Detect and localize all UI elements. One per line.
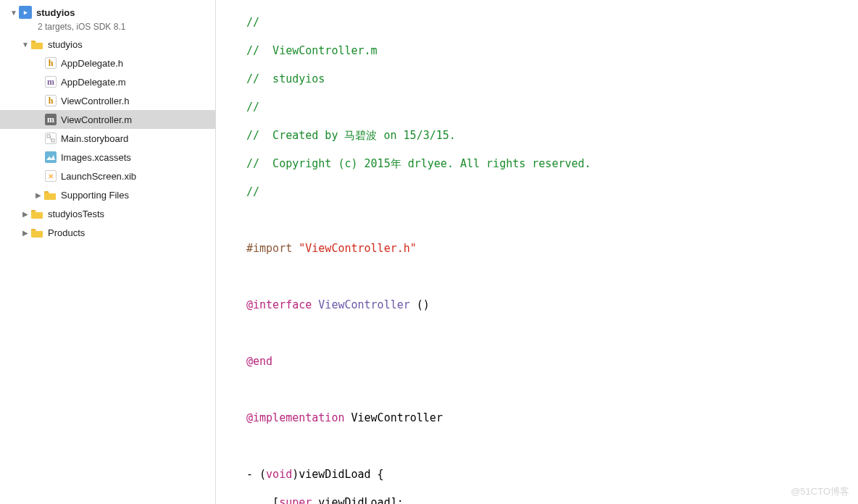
code-line: @implementation ViewController: [246, 411, 858, 426]
code-line: [super viewDidLoad];: [246, 496, 858, 505]
code-line: [246, 327, 858, 341]
code-line: - (void)viewDidLoad {: [246, 468, 858, 482]
disclosure-icon[interactable]: ▼: [22, 41, 29, 48]
code-line: @end: [246, 355, 858, 369]
editor-gutter: [216, 0, 246, 504]
file-label: Images.xcassets: [61, 152, 131, 163]
file-viewcontroller-m[interactable]: m ViewController.m: [0, 110, 215, 129]
project-root[interactable]: ▼ ▸ studyios: [0, 3, 215, 22]
group-products[interactable]: ▶ Products: [0, 223, 215, 242]
assets-file-icon: [45, 151, 57, 163]
header-file-icon: h: [45, 95, 57, 106]
svg-rect-0: [47, 135, 50, 138]
code-line: [246, 440, 858, 454]
disclosure-icon[interactable]: ▼: [10, 9, 17, 16]
header-file-icon: h: [45, 57, 57, 69]
xib-file-icon: ✕: [45, 170, 57, 182]
file-label: AppDelegate.m: [61, 77, 126, 88]
folder-icon: [30, 38, 43, 51]
disclosure-icon[interactable]: ▶: [22, 229, 29, 236]
folder-label: Products: [48, 227, 85, 238]
disclosure-icon[interactable]: ▶: [35, 191, 42, 198]
file-label: AppDelegate.h: [61, 58, 123, 69]
storyboard-file-icon: [45, 133, 57, 144]
code-line: //: [246, 185, 858, 200]
impl-file-icon: m: [45, 76, 57, 88]
file-label: Main.storyboard: [61, 133, 128, 144]
folder-label: studyios: [48, 39, 83, 50]
folder-icon: [30, 207, 43, 220]
code-line: #import "ViewController.h": [246, 242, 858, 256]
code-line: //: [246, 16, 858, 30]
code-line: @interface ViewController (): [246, 298, 858, 313]
svg-rect-1: [51, 139, 54, 142]
file-main-storyboard[interactable]: Main.storyboard: [0, 129, 215, 148]
code-line: // ViewController.m: [246, 44, 858, 59]
code-line: // studyios: [246, 72, 858, 87]
code-line: [246, 383, 858, 398]
project-subtitle: 2 targets, iOS SDK 8.1: [0, 22, 215, 35]
group-studyios[interactable]: ▼ studyios: [0, 35, 215, 54]
file-label: ViewController.h: [61, 96, 129, 106]
watermark-text: @51CTO博客: [791, 484, 849, 499]
group-supporting-files[interactable]: ▶ Supporting Files: [0, 185, 215, 204]
disclosure-icon[interactable]: ▶: [22, 210, 29, 217]
code-line: [246, 270, 858, 285]
file-launchscreen-xib[interactable]: ✕ LaunchScreen.xib: [0, 167, 215, 185]
file-viewcontroller-h[interactable]: h ViewController.h: [0, 91, 215, 110]
folder-icon: [30, 226, 43, 239]
file-appdelegate-h[interactable]: h AppDelegate.h: [0, 54, 215, 72]
code-line: //: [246, 101, 858, 115]
project-navigator[interactable]: ▼ ▸ studyios 2 targets, iOS SDK 8.1 ▼ st…: [0, 0, 216, 504]
file-label: LaunchScreen.xib: [61, 171, 136, 182]
folder-label: studyiosTests: [48, 209, 104, 219]
file-appdelegate-m[interactable]: m AppDelegate.m: [0, 72, 215, 91]
impl-file-icon: m: [45, 114, 57, 125]
group-tests[interactable]: ▶ studyiosTests: [0, 204, 215, 223]
project-icon: ▸: [19, 6, 32, 19]
code-editor[interactable]: // // ViewController.m // studyios // //…: [246, 0, 858, 504]
project-name-label: studyios: [36, 7, 75, 18]
folder-icon: [43, 188, 57, 201]
folder-label: Supporting Files: [61, 190, 129, 201]
file-label: ViewController.m: [61, 114, 132, 125]
code-line: [246, 214, 858, 228]
file-images-xcassets[interactable]: Images.xcassets: [0, 148, 215, 167]
code-line: // Created by 马碧波 on 15/3/15.: [246, 129, 858, 143]
code-line: // Copyright (c) 2015年 drlyee. All right…: [246, 157, 858, 172]
